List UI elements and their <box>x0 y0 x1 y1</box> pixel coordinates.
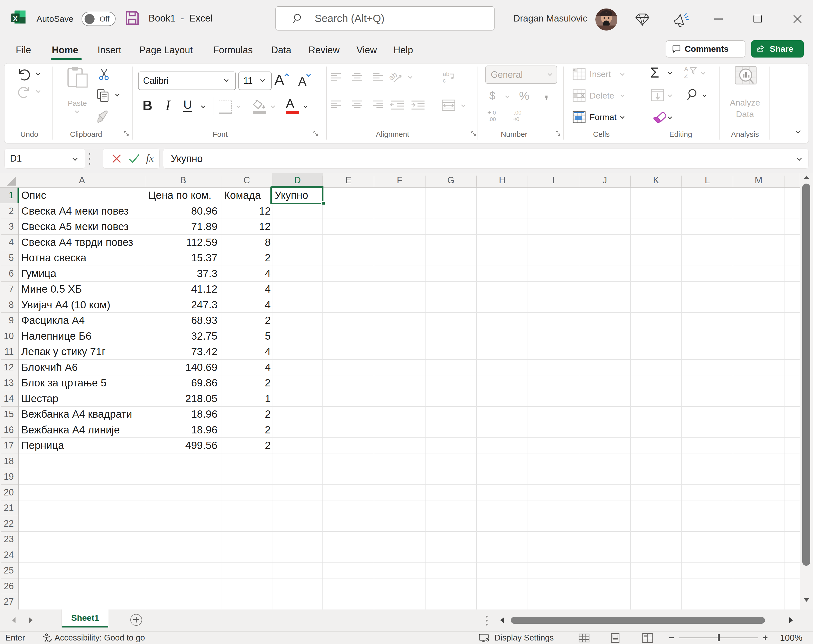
svg-text:ab: ab <box>443 71 449 77</box>
svg-text:A: A <box>684 66 688 72</box>
svg-text:Z: Z <box>684 72 688 79</box>
svg-text:.00: .00 <box>488 116 496 122</box>
svg-text:0: 0 <box>493 110 496 116</box>
svg-text:.00: .00 <box>514 110 522 116</box>
svg-text:c: c <box>443 77 446 84</box>
svg-text:X: X <box>13 15 18 23</box>
